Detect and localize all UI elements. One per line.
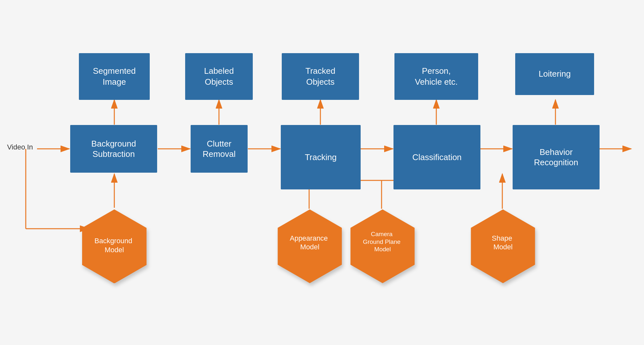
- behavior-recognition-box: Behavior Recognition: [513, 125, 600, 189]
- diagram: Video In Background Subtraction Clutter …: [0, 0, 644, 345]
- video-in-label: Video In: [7, 143, 33, 151]
- background-subtraction-box: Background Subtraction: [70, 125, 157, 173]
- tracking-box: Tracking: [281, 125, 361, 189]
- shape-model-hex: Shape Model: [471, 209, 535, 283]
- tracked-objects-box: Tracked Objects: [282, 53, 359, 100]
- person-vehicle-box: Person, Vehicle etc.: [394, 53, 478, 100]
- appearance-model-hex: Appearance Model: [278, 209, 342, 283]
- loitering-box: Loitering: [515, 53, 594, 95]
- clutter-removal-box: Clutter Removal: [191, 125, 248, 173]
- background-model-hex: Background Model: [82, 209, 147, 283]
- classification-box: Classification: [393, 125, 480, 189]
- segmented-image-box: Segmented Image: [79, 53, 150, 100]
- labeled-objects-box: Labeled Objects: [185, 53, 253, 100]
- camera-ground-plane-hex: Camera Ground Plane Model: [350, 209, 415, 283]
